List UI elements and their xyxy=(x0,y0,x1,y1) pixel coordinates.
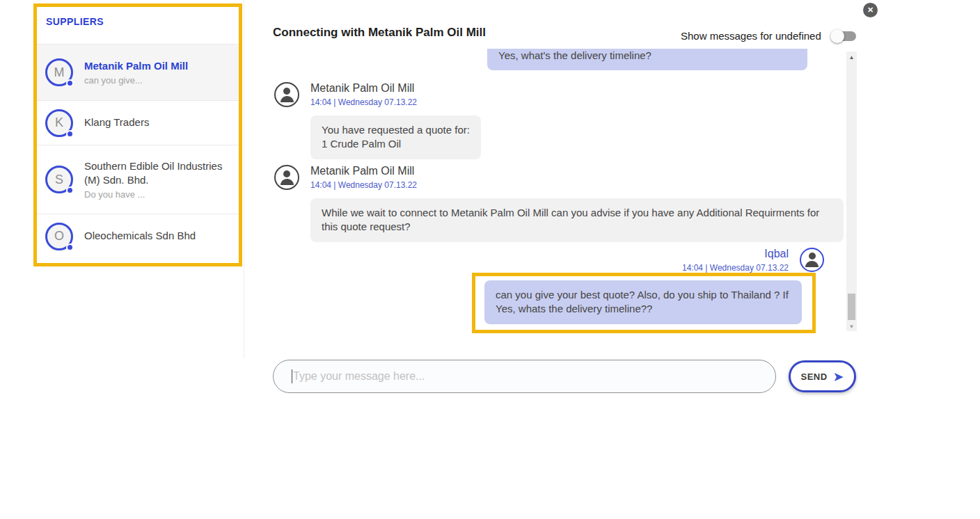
suppliers-heading: SUPPLIERS xyxy=(37,7,239,34)
supplier-person-avatar-icon xyxy=(274,82,299,107)
supplier-person-avatar-icon xyxy=(274,165,299,190)
supplier-name: Oleochemicals Sdn Bhd xyxy=(84,229,196,243)
incoming-message-header: Metanik Palm Oil Mill 14:04 | Wednesday … xyxy=(274,82,417,107)
chat-scrollbar[interactable]: ▲ ▼ xyxy=(846,51,857,331)
sender-name: Metanik Palm Oil Mill xyxy=(310,82,417,95)
highlighted-message-box: can you give your best quote? Also, do y… xyxy=(472,273,816,333)
supplier-name: Metanik Palm Oil Mill xyxy=(84,59,188,73)
supplier-avatar: M xyxy=(45,58,73,86)
online-dot-icon xyxy=(66,130,74,138)
show-messages-toggle[interactable] xyxy=(832,31,856,41)
supplier-item-oleochemicals[interactable]: O Oleochemicals Sdn Bhd xyxy=(37,214,239,258)
send-icon: ➤ xyxy=(833,370,844,383)
supplier-item-klang[interactable]: K Klang Traders xyxy=(37,100,239,145)
send-button-label: SEND xyxy=(800,372,827,382)
toggle-label: Show messages for undefined xyxy=(681,30,821,42)
show-messages-toggle-row: Show messages for undefined xyxy=(681,30,856,42)
scroll-up-arrow-icon[interactable]: ▲ xyxy=(846,54,857,61)
send-button[interactable]: SEND ➤ xyxy=(789,360,856,392)
supplier-avatar: O xyxy=(45,223,73,250)
supplier-initial: K xyxy=(55,115,63,130)
sender-name: Metanik Palm Oil Mill xyxy=(310,165,417,177)
outgoing-message-bubble-partial: Yes, what's the delivery timeline? xyxy=(487,49,807,70)
message-input-pill xyxy=(273,360,776,393)
supplier-initial: M xyxy=(54,65,65,80)
supplier-initial: O xyxy=(54,229,64,243)
online-dot-icon xyxy=(66,79,74,87)
incoming-message-bubble: While we wait to connect to Metanik Palm… xyxy=(310,198,844,242)
online-dot-icon xyxy=(66,243,74,251)
suppliers-sidebar-highlight: SUPPLIERS M Metanik Palm Oil Mill can yo… xyxy=(33,3,242,266)
message-timestamp: 14:04 | Wednesday 07.13.22 xyxy=(682,263,789,273)
scroll-down-arrow-icon[interactable]: ▼ xyxy=(846,324,857,330)
close-icon[interactable]: ✕ xyxy=(863,3,878,17)
sidebar-divider xyxy=(244,0,244,358)
supplier-avatar: K xyxy=(45,109,73,137)
outgoing-message-bubble: can you give your best quote? Also, do y… xyxy=(484,280,802,324)
supplier-message-preview: Do you have ... xyxy=(84,189,230,200)
online-dot-icon xyxy=(66,186,74,194)
supplier-name: Southern Edible Oil Industries (M) Sdn. … xyxy=(84,159,230,188)
message-scroll-area[interactable]: Yes, what's the delivery timeline? Metan… xyxy=(273,49,844,334)
supplier-item-southern-edible[interactable]: S Southern Edible Oil Industries (M) Sdn… xyxy=(37,145,239,214)
message-timestamp: 14:04 | Wednesday 07.13.22 xyxy=(310,97,417,107)
supplier-message-preview: can you give... xyxy=(84,75,188,86)
message-timestamp: 14:04 | Wednesday 07.13.22 xyxy=(310,180,417,190)
toggle-knob xyxy=(830,29,844,43)
user-person-avatar-icon xyxy=(800,248,824,272)
incoming-message-bubble: You have requested a quote for: 1 Crude … xyxy=(310,115,481,159)
chat-window: SUPPLIERS M Metanik Palm Oil Mill can yo… xyxy=(0,0,980,519)
supplier-name: Klang Traders xyxy=(84,115,149,129)
scrollbar-thumb[interactable] xyxy=(848,294,855,320)
supplier-initial: S xyxy=(55,173,63,187)
supplier-list: M Metanik Palm Oil Mill can you give... … xyxy=(37,44,239,258)
outgoing-message-header: Iqbal 14:04 | Wednesday 07.13.22 xyxy=(682,248,824,273)
incoming-message-header: Metanik Palm Oil Mill 14:04 | Wednesday … xyxy=(274,165,417,190)
supplier-item-metanik[interactable]: M Metanik Palm Oil Mill can you give... xyxy=(37,44,239,100)
text-caret xyxy=(292,369,292,383)
chat-title: Connecting with Metanik Palm Oil Mill xyxy=(273,26,486,40)
supplier-avatar: S xyxy=(45,166,73,193)
sender-name: Iqbal xyxy=(682,248,789,260)
message-input[interactable] xyxy=(293,370,757,383)
